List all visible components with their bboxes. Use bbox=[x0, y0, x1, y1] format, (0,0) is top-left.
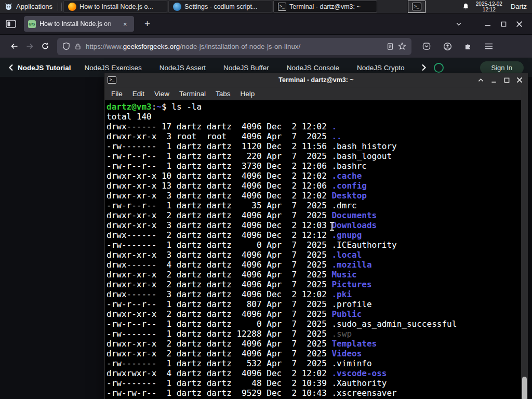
terminal-line: -rw------- 1 dartz dartz 532 Apr 7 2025 … bbox=[107, 358, 519, 368]
site-nav-items: NodeJS ExercisesNodeJS AssertNodeJS Buff… bbox=[85, 64, 421, 72]
terminal-menu-tabs[interactable]: Tabs bbox=[216, 90, 231, 98]
window-maximize-button[interactable] bbox=[496, 17, 511, 31]
url-bar[interactable]: https://www.geeksforgeeks.org/node-js/in… bbox=[57, 38, 411, 55]
clock[interactable]: 2025-12-02 12:12 bbox=[476, 1, 502, 12]
system-tray: 2025-12-02 12:12 Dartz bbox=[462, 0, 532, 13]
terminal-line: -rw-r--r-- 1 dartz dartz 3730 Dec 2 12:0… bbox=[107, 161, 519, 171]
terminal-line: -rw-r--r-- 1 dartz dartz 220 Apr 7 2025 … bbox=[107, 151, 519, 161]
top-panel: Applications How to Install Node.js o...… bbox=[0, 0, 532, 14]
new-tab-button[interactable]: + bbox=[141, 18, 153, 30]
terminal-line: drwx------ 2 dartz dartz 4096 Dec 2 12:1… bbox=[107, 230, 519, 240]
forward-button[interactable] bbox=[22, 38, 37, 54]
panel-window-button-firefox[interactable]: How to Install Node.js o... bbox=[63, 1, 167, 12]
account-icon[interactable] bbox=[440, 38, 455, 54]
site-nav-link[interactable]: NodeJS Crypto bbox=[357, 64, 405, 72]
terminal-line: drwxr-xr-x 3 dartz dartz 4096 Apr 7 2025… bbox=[107, 250, 519, 260]
terminal-title: Terminal - dartz@vm3: ~ bbox=[104, 76, 528, 84]
browser-toolbar: https://www.geeksforgeeks.org/node-js/in… bbox=[0, 34, 532, 58]
terminal-scrollbar[interactable] bbox=[521, 73, 528, 399]
site-nav-link[interactable]: NodeJS Console bbox=[287, 64, 339, 72]
terminal-line: -rw-r--r-- 1 dartz dartz 0 Apr 7 2025 .s… bbox=[107, 319, 519, 329]
window-close-button[interactable] bbox=[511, 17, 527, 31]
chevron-right-icon[interactable] bbox=[421, 64, 427, 71]
terminal-menu-terminal[interactable]: Terminal bbox=[179, 90, 206, 98]
terminal-line: drwxr-xr-x 2 dartz dartz 4096 Apr 7 2025… bbox=[107, 339, 519, 349]
panel-window-button-codium[interactable]: Settings - codium script... bbox=[168, 1, 272, 12]
url-text: https://www.geeksforgeeks.org/node-js/in… bbox=[86, 43, 382, 50]
shade-window-button[interactable] bbox=[476, 76, 485, 84]
panel-window-label: Terminal - dartz@vm3: ~ bbox=[289, 3, 361, 10]
firefox-icon bbox=[68, 3, 76, 11]
terminal-line: -rw-r--r-- 1 dartz dartz 807 Apr 7 2025 … bbox=[107, 299, 519, 309]
panel-window-list: How to Install Node.js o...Settings - co… bbox=[63, 0, 378, 13]
site-nav-link[interactable]: NodeJS Assert bbox=[159, 64, 206, 72]
terminal-menu-help[interactable]: Help bbox=[241, 90, 255, 98]
firefox-view-icon[interactable] bbox=[5, 19, 17, 29]
close-window-button[interactable] bbox=[515, 76, 524, 84]
codium-icon bbox=[173, 3, 181, 11]
terminal-line: -rw-r--r-- 1 dartz dartz 35 Apr 7 2025 .… bbox=[107, 201, 519, 210]
tab-close-icon[interactable]: × bbox=[122, 20, 128, 29]
notifications-bell-icon[interactable] bbox=[462, 3, 470, 11]
terminal-menu-file[interactable]: File bbox=[111, 90, 123, 98]
panel-window-label: Settings - codium script... bbox=[184, 3, 257, 10]
tab-bar: GfG How to Install Node.js on × + bbox=[0, 14, 532, 34]
browser-tab[interactable]: GfG How to Install Node.js on × bbox=[24, 16, 134, 32]
terminal-scrollbar-thumb[interactable] bbox=[522, 377, 527, 399]
window-minimize-button[interactable] bbox=[480, 17, 496, 31]
terminal-line: drwxr-xr-x 3 dartz dartz 4096 Dec 2 12:0… bbox=[107, 220, 519, 230]
reload-button[interactable] bbox=[37, 38, 53, 54]
hamburger-menu-icon[interactable] bbox=[481, 38, 497, 54]
terminal-content: dartz@vm3:~$ ls -latotal 140drwx------ 1… bbox=[105, 100, 527, 399]
desktop: Applications How to Install Node.js o...… bbox=[0, 0, 532, 399]
clock-time: 12:12 bbox=[476, 7, 502, 12]
site-nav-back-label: NodeJS Tutorial bbox=[18, 64, 71, 72]
extensions-puzzle-icon[interactable] bbox=[460, 38, 476, 54]
toolbar-right-icons bbox=[419, 38, 497, 54]
tab-title: How to Install Node.js on bbox=[39, 20, 118, 28]
terminal-line: -rw------- 1 dartz dartz 1120 Dec 2 11:5… bbox=[107, 141, 519, 151]
user-menu[interactable]: Dartz bbox=[509, 3, 527, 10]
terminal-menu-edit[interactable]: Edit bbox=[132, 90, 144, 98]
site-nav-link[interactable]: NodeJS Buffer bbox=[223, 64, 269, 72]
terminal-line: drwxr-xr-x 3 root root 4096 Apr 7 2025 .… bbox=[107, 131, 519, 141]
sign-in-button[interactable]: Sign In bbox=[480, 61, 524, 74]
bookmark-star-icon[interactable] bbox=[398, 42, 406, 50]
terminal-menu-view[interactable]: View bbox=[154, 90, 169, 98]
site-nav-back[interactable]: NodeJS Tutorial bbox=[8, 64, 71, 72]
applications-menu[interactable]: Applications bbox=[0, 0, 57, 13]
terminal-window: >_ Terminal - dartz@vm3: ~ FileEditViewT… bbox=[104, 73, 528, 399]
terminal-line: drwxr-xr-x 2 dartz dartz 4096 Apr 7 2025… bbox=[107, 349, 519, 358]
terminal-line: drwx------ 3 dartz dartz 4096 Dec 2 12:0… bbox=[107, 289, 519, 299]
terminal-line: dartz@vm3:~$ ls -la bbox=[107, 102, 519, 112]
terminal-launcher[interactable]: >_ bbox=[408, 1, 425, 13]
url-scheme: https://www. bbox=[86, 43, 123, 50]
terminal-titlebar[interactable]: >_ Terminal - dartz@vm3: ~ bbox=[104, 73, 528, 87]
url-path: /node-js/installation-of-node-js-on-linu… bbox=[180, 43, 300, 50]
terminal-line: -rw-rw-r-- 1 dartz dartz 9529 Dec 2 10:4… bbox=[107, 388, 519, 398]
reader-view-icon[interactable] bbox=[387, 43, 394, 50]
terminal-line: drwx------ 4 dartz dartz 4096 Apr 7 2025… bbox=[107, 260, 519, 270]
lock-icon[interactable] bbox=[74, 43, 82, 50]
terminal-line: -rw------- 1 dartz dartz 12288 Apr 7 202… bbox=[107, 329, 519, 339]
tracking-shield-icon[interactable] bbox=[62, 42, 70, 50]
site-nav-link[interactable]: NodeJS Exercises bbox=[85, 64, 142, 72]
applications-label: Applications bbox=[16, 3, 52, 10]
terminal-line: drwxr-xr-x 2 dartz dartz 4096 Apr 7 2025… bbox=[107, 270, 519, 280]
maximize-window-button[interactable] bbox=[502, 76, 511, 84]
panel-window-button-terminal[interactable]: >_Terminal - dartz@vm3: ~ bbox=[273, 1, 377, 12]
terminal-line: drwxrwxr-x 4 dartz dartz 4096 Dec 2 12:0… bbox=[107, 368, 519, 378]
pocket-icon[interactable] bbox=[419, 38, 434, 54]
terminal-line: drwxr-xr-x 3 dartz dartz 4096 Dec 2 12:0… bbox=[107, 191, 519, 201]
back-button[interactable] bbox=[6, 38, 22, 54]
terminal-line: -rw------- 1 dartz dartz 48 Dec 2 10:39 … bbox=[107, 378, 519, 388]
minimize-window-button[interactable] bbox=[489, 76, 498, 84]
panel-window-label: How to Install Node.js o... bbox=[79, 3, 153, 10]
xfce-logo-icon bbox=[4, 2, 13, 11]
terminal-icon: >_ bbox=[412, 3, 421, 10]
chevron-left-icon bbox=[8, 64, 14, 71]
terminal-line: drwxr-xr-x 2 dartz dartz 4096 Apr 7 2025… bbox=[107, 309, 519, 319]
list-all-tabs-chevron-icon[interactable] bbox=[451, 17, 467, 31]
panel-separator bbox=[58, 3, 62, 11]
search-icon[interactable] bbox=[434, 63, 444, 73]
